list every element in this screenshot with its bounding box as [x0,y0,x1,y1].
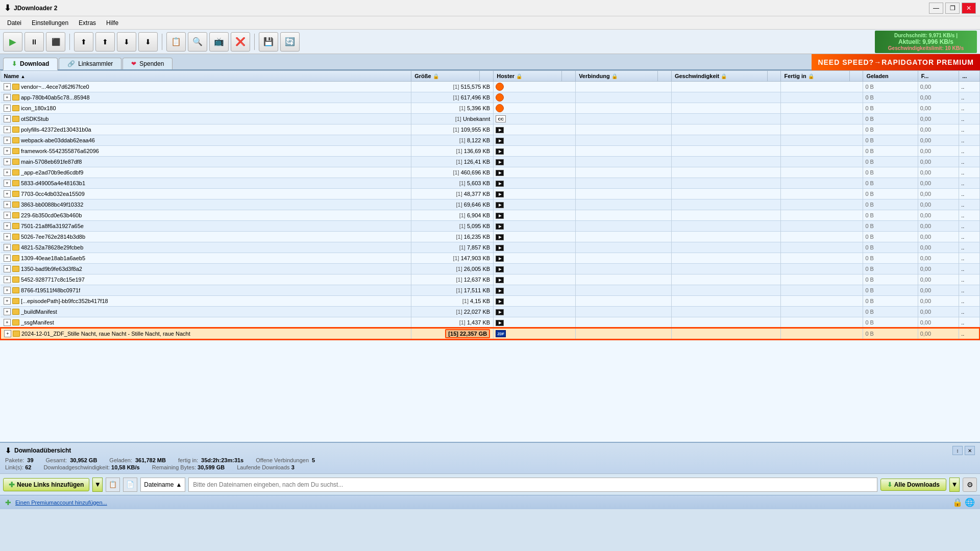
menu-einstellungen[interactable]: Einstellungen [27,18,74,28]
col-f[interactable]: F... [918,71,959,82]
file-button[interactable]: 📄 [123,478,137,492]
table-row[interactable]: + 4821-52a78628e29fcbeb [1] 7,857 KB ▶ 0… [1,242,979,253]
remove-button[interactable]: ❌ [231,32,250,52]
expand-icon[interactable]: + [4,255,11,262]
table-row[interactable]: + 1309-40eae18ab1a6aeb5 [1] 147,903 KB ▶… [1,253,979,264]
col-hoster[interactable]: Hoster 🔒 [494,71,562,82]
table-row[interactable]: + 5452-9287717c8c15e197 [1] 12,637 KB ▶ … [1,274,979,285]
col-hoster-sort[interactable] [562,71,576,82]
expand-icon[interactable]: + [4,233,11,240]
tab-download[interactable]: ⬇ Download [3,58,58,70]
col-groesse-sort[interactable] [480,71,494,82]
close-button[interactable]: ✕ [962,3,976,14]
expand-icon[interactable]: + [4,169,11,176]
table-row[interactable]: + 3863-bb0088bc49f10332 [1] 69,646 KB ▶ … [1,199,979,210]
move-bottom-button[interactable]: ⬇ [138,32,158,52]
clipboard-add-button[interactable]: 📋 [106,478,120,492]
table-row[interactable]: + icon_180x180 [1] 5,396 KB 0 B 0,00 .. [1,103,979,114]
col-rest[interactable]: ... [959,71,979,82]
refresh-button[interactable]: 🔄 [280,32,300,52]
expand-icon[interactable]: + [4,330,11,337]
expand-icon[interactable]: + [4,201,11,208]
col-groesse[interactable]: Größe 🔒 [411,71,480,82]
neue-links-dropdown[interactable]: ▼ [92,478,103,492]
expand-icon[interactable]: + [4,212,11,219]
tab-linksammler[interactable]: 🔗 Linksammler [59,58,121,69]
overview-expand-button[interactable]: ↕ [952,446,963,455]
table-row[interactable]: + otSDKStub [1] Unbekannt CC 0 B 0,00 .. [1,114,979,124]
move-top-button[interactable]: ⬆ [74,32,93,52]
pause-button[interactable]: ⏸ [24,32,44,52]
col-fertigin-sort[interactable] [849,71,863,82]
col-geschwindigkeit-sort[interactable] [767,71,781,82]
expand-icon[interactable]: + [4,190,11,197]
expand-icon[interactable]: + [4,115,11,122]
alle-downloads-dropdown[interactable]: ▼ [949,478,960,492]
table-row[interactable]: + app-780b40ab5c78...85948 [1] 617,496 K… [1,92,979,103]
expand-icon[interactable]: + [4,137,11,144]
table-row[interactable]: + webpack-abe03ddab62eaa46 [1] 8,122 KB … [1,135,979,146]
expand-icon[interactable]: + [4,222,11,230]
table-row[interactable]: + 1350-bad9b9fe63d3f8a2 [1] 26,005 KB ▶ … [1,264,979,274]
expand-icon[interactable]: + [4,126,11,133]
expand-icon[interactable]: + [4,94,11,101]
expand-icon[interactable]: + [4,276,11,283]
overview-close-button[interactable]: ✕ [965,446,975,455]
table-row[interactable]: + 5026-7ee762e2814b3d8b [1] 16,235 KB ▶ … [1,232,979,242]
table-row[interactable]: + 5833-d49005a4e48163b1 [1] 5,603 KB ▶ 0… [1,178,979,189]
col-geschwindigkeit[interactable]: Geschwindigkeit 🔒 [671,71,767,82]
table-row[interactable]: + vendor~...4ece7d62f67fce0 [1] 515,575 … [1,82,979,92]
table-row[interactable]: + [...episodePath]-bb9fcc352b417f18 [1] … [1,296,979,307]
save-button[interactable]: 💾 [259,32,278,52]
expand-icon[interactable]: + [4,297,11,305]
expand-icon[interactable]: + [4,308,11,315]
move-up-button[interactable]: ⬆ [95,32,115,52]
table-row[interactable]: + 7703-0cc4db032ea15509 [1] 48,377 KB ▶ … [1,189,979,199]
col-name[interactable]: Name ▲ [1,71,411,82]
premium-link[interactable]: Einen Premiumaccount hinzufügen... [15,499,107,506]
settings-button[interactable]: ⚙ [963,478,977,492]
expand-icon[interactable]: + [4,287,11,294]
neue-links-button[interactable]: ✚ Neue Links hinzufügen [3,478,89,491]
table-row[interactable]: + _app-e2ad70b9ed6cdbf9 [1] 460,696 KB ▶… [1,167,979,178]
col-verbindung-sort[interactable] [658,71,672,82]
expand-icon[interactable]: + [4,105,11,112]
expand-icon[interactable]: + [4,147,11,155]
table-row[interactable]: + polyfills-42372ed130431b0a [1] 109,955… [1,124,979,135]
tab-spenden[interactable]: ❤ Spenden [122,58,173,69]
table-row[interactable]: + main-5708eb691fe87df8 [1] 126,41 KB ▶ … [1,157,979,167]
menu-extras[interactable]: Extras [74,18,101,28]
maximize-button[interactable]: ❐ [945,3,960,14]
expand-icon[interactable]: + [4,180,11,187]
search-button[interactable]: 🔍 [188,32,207,52]
download-table-scroll[interactable]: Name ▲ Größe 🔒 Hoster 🔒 Verbindung 🔒 Ges… [0,70,980,442]
play-button[interactable]: ▶ [3,32,22,52]
expand-icon[interactable]: + [4,83,11,90]
ad-banner[interactable]: NEED SPEED?→RAPIDGATOR PREMIUM [812,54,980,70]
search-input[interactable] [188,478,877,492]
stop-button[interactable]: ⬛ [46,32,65,52]
media-button[interactable]: 📺 [209,32,229,52]
table-row[interactable]: + 2024-12-01_ZDF_Stille Nacht, raue Nach… [1,328,979,339]
table-row[interactable]: + 7501-21a8f6a31927a65e [1] 5,095 KB ▶ 0… [1,221,979,232]
table-row[interactable]: + _buildManifest [1] 22,027 KB ▶ 0 B 0,0… [1,307,979,317]
minimize-button[interactable]: — [929,3,943,14]
table-row[interactable]: + 8766-f19511f48bc0971f [1] 17,511 KB ▶ … [1,285,979,296]
clipboard-button[interactable]: 📋 [166,32,186,52]
expand-icon[interactable]: + [4,244,11,251]
menu-hilfe[interactable]: Hilfe [101,18,124,28]
alle-downloads-button[interactable]: ⬇ Alle Downloads [880,479,946,491]
expand-icon[interactable]: + [4,265,11,272]
col-geladen[interactable]: Geladen [863,71,918,82]
table-row[interactable]: + 229-6b350cd0e63b460b [1] 6,904 KB ▶ 0 … [1,210,979,221]
col-verbindung[interactable]: Verbindung 🔒 [576,71,658,82]
expand-icon[interactable]: + [4,158,11,165]
menu-datei[interactable]: Datei [2,18,27,28]
col-fertigin[interactable]: Fertig in 🔒 [781,71,849,82]
move-down-button[interactable]: ⬇ [117,32,136,52]
expand-icon[interactable]: + [4,319,11,326]
table-row[interactable]: + _ssgManifest [1] 1,437 KB ▶ 0 B 0,00 .… [1,317,979,329]
stat-fertigin: fertig in: 35d:2h:23m:31s [178,457,243,463]
table-row[interactable]: + framework-5542355876a62096 [1] 136,69 … [1,146,979,157]
dateiname-dropdown[interactable]: Dateiname ▲ [140,478,185,492]
